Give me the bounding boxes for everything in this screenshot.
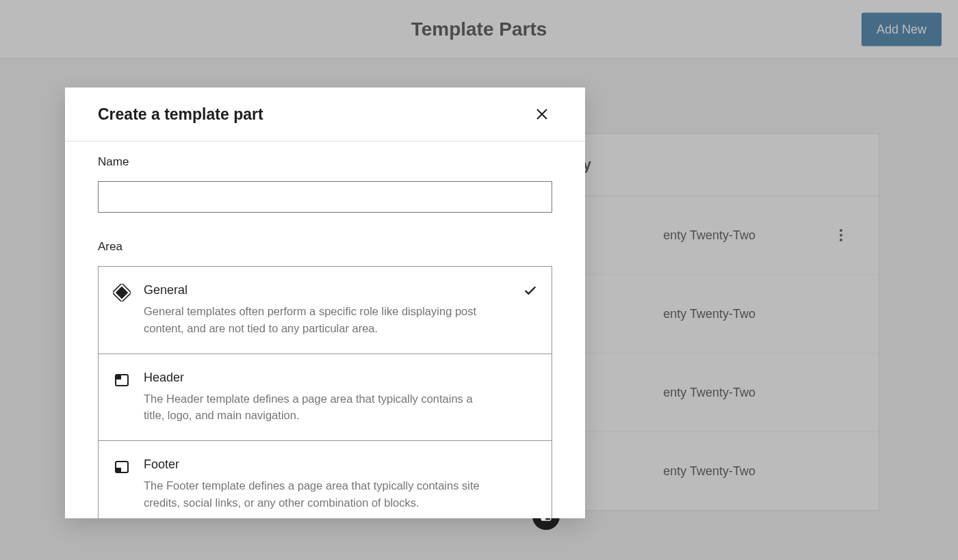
name-input[interactable] — [98, 181, 552, 213]
check-icon — [523, 283, 538, 301]
modal-header: Create a template part — [65, 88, 585, 142]
layout-header-icon — [112, 371, 131, 390]
area-description: The Header template defines a page area … — [144, 390, 486, 425]
close-icon — [535, 107, 549, 121]
area-content: General General templates often perform … — [144, 283, 516, 337]
area-name: Header — [144, 371, 538, 385]
create-template-part-modal: Create a template part Name Area General… — [65, 88, 585, 518]
area-option-general[interactable]: General General templates often perform … — [99, 267, 552, 354]
svg-rect-5 — [116, 468, 121, 472]
close-button[interactable] — [532, 104, 552, 124]
layout-general-icon — [112, 283, 131, 302]
area-name: Footer — [144, 457, 538, 472]
area-section: Area General General templates often per… — [98, 240, 552, 518]
svg-rect-3 — [116, 375, 121, 379]
layout-footer-icon — [112, 457, 131, 477]
area-option-footer[interactable]: Footer The Footer template defines a pag… — [99, 441, 552, 518]
area-label: Area — [98, 240, 552, 254]
area-option-header[interactable]: Header The Header template defines a pag… — [99, 354, 552, 442]
area-name: General — [144, 283, 516, 297]
name-label: Name — [98, 155, 552, 169]
area-content: Footer The Footer template defines a pag… — [144, 457, 538, 511]
area-content: Header The Header template defines a pag… — [144, 371, 538, 425]
area-list: General General templates often perform … — [98, 266, 552, 518]
modal-title: Create a template part — [98, 105, 263, 124]
area-description: The Footer template defines a page area … — [144, 477, 486, 511]
area-description: General templates often perform a specif… — [144, 303, 486, 337]
modal-body[interactable]: Name Area General General templates ofte… — [65, 142, 585, 518]
